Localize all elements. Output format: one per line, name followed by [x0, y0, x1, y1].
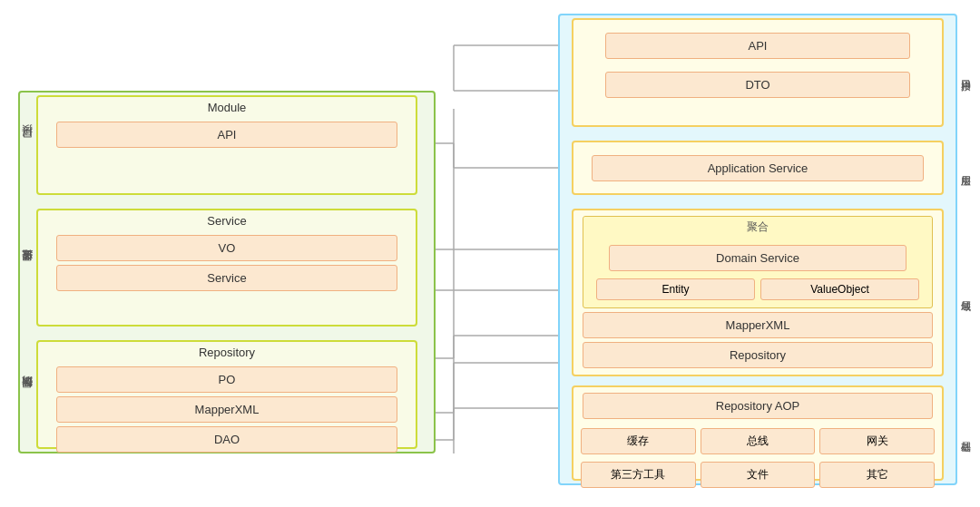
repository-aop-box: Repository AOP — [583, 393, 933, 419]
domain-repository-box: Repository — [583, 342, 933, 368]
repository-title: Repository — [38, 342, 416, 363]
entity-box: Entity — [596, 278, 755, 300]
domain-service-box: Domain Service — [609, 245, 906, 271]
domain-mapper-box: MapperXML — [583, 312, 933, 338]
domain-layer-section: 聚合 Domain Service Entity ValueObject Map… — [572, 209, 944, 376]
module-layer-label: 接口层 — [20, 100, 34, 190]
domain-layer-label: 领域层 — [959, 209, 973, 376]
module-api-box: API — [56, 122, 397, 148]
diagram-container: Module API 接口层 Service VO Service 业务逻辑层 … — [0, 0, 980, 507]
ui-layer-label: 用户接口 — [959, 18, 973, 127]
service-vo-box: VO — [56, 235, 397, 261]
infra-layer-label: 基础层 — [959, 385, 973, 481]
entity-row: Entity ValueObject — [591, 275, 925, 304]
repository-po-box: PO — [56, 366, 397, 393]
app-layer-section: Application Service — [572, 141, 944, 195]
infra-grid-top: 缓存 总线 网关 — [573, 424, 942, 458]
ui-dto-box: DTO — [605, 72, 910, 98]
infra-layer-section: Repository AOP 缓存 总线 网关 第三方工具 文件 其它 — [572, 385, 944, 481]
infra-grid-bottom: 第三方工具 文件 其它 — [573, 458, 942, 492]
ui-layer-section: API DTO — [572, 18, 944, 127]
cache-box: 缓存 — [581, 428, 696, 454]
file-box: 文件 — [701, 462, 816, 488]
app-service-box: Application Service — [592, 155, 923, 181]
third-party-box: 第三方工具 — [581, 462, 696, 488]
service-layer-label: 业务逻辑层 — [20, 213, 34, 327]
app-layer-label: 应用层 — [959, 141, 973, 195]
bus-box: 总线 — [701, 428, 816, 454]
repository-mapper-box: MapperXML — [56, 396, 397, 423]
service-title: Service — [38, 210, 416, 231]
repository-section: Repository PO MapperXML DAO — [36, 340, 417, 449]
other-box: 其它 — [819, 462, 935, 488]
module-title: Module — [38, 97, 416, 118]
repository-layer-label: 数据访问层 — [20, 345, 34, 449]
module-section: Module API — [36, 95, 417, 195]
repository-dao-box: DAO — [56, 426, 397, 453]
value-object-box: ValueObject — [760, 278, 919, 300]
gateway-box: 网关 — [819, 428, 935, 454]
service-section: Service VO Service — [36, 209, 417, 327]
ui-api-box: API — [605, 33, 910, 59]
service-service-box: Service — [56, 265, 397, 291]
aggregate-title: 聚合 — [583, 217, 932, 238]
